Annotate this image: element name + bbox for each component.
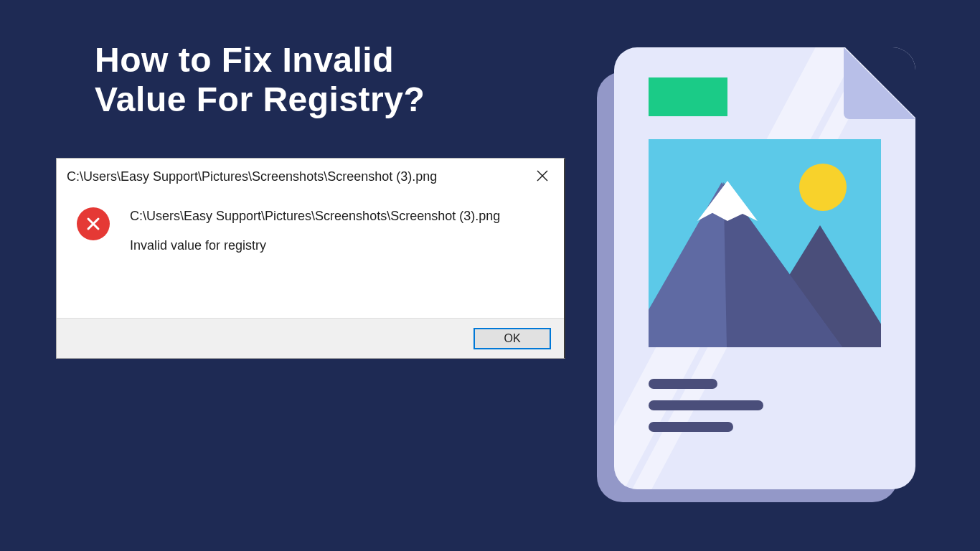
close-icon bbox=[537, 170, 548, 184]
page-title: How to Fix Invalid Value For Registry? bbox=[95, 40, 425, 119]
dialog-text-block: C:\Users\Easy Support\Pictures\Screensho… bbox=[130, 204, 500, 253]
dialog-footer: OK bbox=[57, 318, 564, 358]
error-dialog: C:\Users\Easy Support\Pictures\Screensho… bbox=[56, 158, 565, 359]
photo-thumbnail bbox=[649, 139, 881, 347]
title-line-2: Value For Registry? bbox=[95, 80, 425, 118]
placeholder-line bbox=[649, 400, 763, 410]
dialog-path-text: C:\Users\Easy Support\Pictures\Screensho… bbox=[130, 209, 500, 224]
error-icon bbox=[77, 207, 110, 240]
dialog-titlebar: C:\Users\Easy Support\Pictures\Screensho… bbox=[57, 159, 564, 193]
dialog-body: C:\Users\Easy Support\Pictures\Screensho… bbox=[57, 193, 564, 260]
file-front bbox=[614, 47, 915, 489]
image-file-illustration bbox=[614, 47, 915, 507]
close-button[interactable] bbox=[527, 166, 558, 187]
title-line-1: How to Fix Invalid bbox=[95, 41, 394, 79]
ok-button[interactable]: OK bbox=[473, 328, 551, 349]
green-tag bbox=[649, 77, 727, 116]
dialog-error-text: Invalid value for registry bbox=[130, 238, 500, 253]
placeholder-line bbox=[649, 422, 733, 432]
placeholder-line bbox=[649, 379, 717, 389]
sun-icon bbox=[799, 164, 847, 211]
dialog-title: C:\Users\Easy Support\Pictures\Screensho… bbox=[67, 169, 437, 184]
